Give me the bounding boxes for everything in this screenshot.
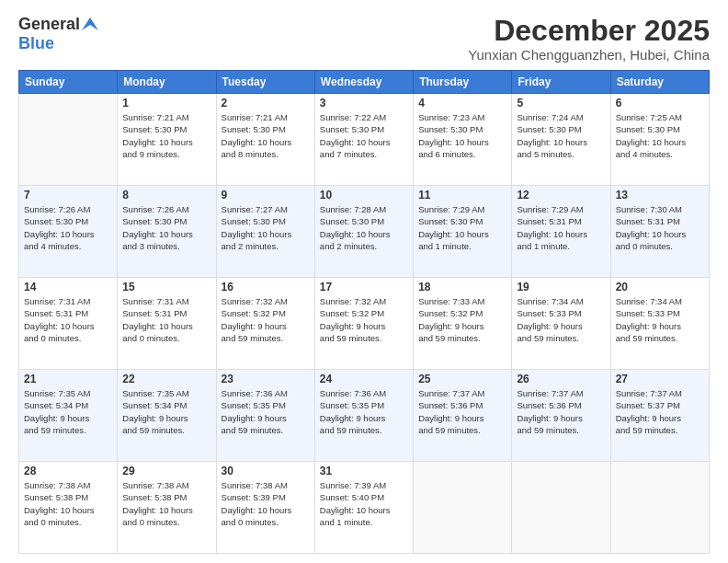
day-info: Sunrise: 7:29 AM Sunset: 5:31 PM Dayligh… [517, 203, 605, 252]
calendar-cell: 1Sunrise: 7:21 AM Sunset: 5:30 PM Daylig… [118, 94, 216, 186]
week-row-2: 14Sunrise: 7:31 AM Sunset: 5:31 PM Dayli… [19, 278, 710, 370]
day-info: Sunrise: 7:30 AM Sunset: 5:31 PM Dayligh… [616, 203, 704, 252]
calendar-cell: 17Sunrise: 7:32 AM Sunset: 5:32 PM Dayli… [314, 278, 413, 370]
calendar-cell: 26Sunrise: 7:37 AM Sunset: 5:36 PM Dayli… [512, 370, 610, 462]
day-info: Sunrise: 7:34 AM Sunset: 5:33 PM Dayligh… [517, 295, 605, 344]
day-info: Sunrise: 7:25 AM Sunset: 5:30 PM Dayligh… [616, 111, 704, 160]
page: General Blue December 2025 Yunxian Cheng… [0, 0, 728, 563]
day-number: 27 [616, 373, 704, 385]
day-number: 25 [418, 373, 506, 385]
calendar-cell: 5Sunrise: 7:24 AM Sunset: 5:30 PM Daylig… [512, 94, 610, 186]
col-header-tuesday: Tuesday [216, 71, 314, 94]
calendar-cell [512, 462, 610, 554]
calendar-cell: 2Sunrise: 7:21 AM Sunset: 5:30 PM Daylig… [216, 94, 314, 186]
calendar-cell: 20Sunrise: 7:34 AM Sunset: 5:33 PM Dayli… [610, 278, 709, 370]
logo-general: General [18, 15, 80, 33]
logo-line1: General [18, 15, 98, 34]
day-number: 12 [517, 189, 605, 201]
day-number: 21 [24, 373, 112, 385]
calendar-cell: 4Sunrise: 7:23 AM Sunset: 5:30 PM Daylig… [414, 94, 512, 186]
day-number: 13 [616, 189, 704, 201]
day-number: 17 [320, 281, 408, 293]
calendar-cell: 25Sunrise: 7:37 AM Sunset: 5:36 PM Dayli… [414, 370, 512, 462]
day-number: 18 [418, 281, 506, 293]
calendar-cell: 13Sunrise: 7:30 AM Sunset: 5:31 PM Dayli… [610, 186, 709, 278]
calendar-cell: 27Sunrise: 7:37 AM Sunset: 5:37 PM Dayli… [610, 370, 709, 462]
day-info: Sunrise: 7:36 AM Sunset: 5:35 PM Dayligh… [222, 387, 310, 436]
week-row-0: 1Sunrise: 7:21 AM Sunset: 5:30 PM Daylig… [19, 94, 710, 186]
col-header-thursday: Thursday [414, 71, 512, 94]
logo-blue: Blue [18, 34, 54, 53]
day-info: Sunrise: 7:24 AM Sunset: 5:30 PM Dayligh… [517, 111, 605, 160]
week-row-1: 7Sunrise: 7:26 AM Sunset: 5:30 PM Daylig… [19, 186, 710, 278]
location-title: Yunxian Chengguanzhen, Hubei, China [468, 47, 710, 63]
day-number: 8 [122, 189, 210, 201]
header: General Blue December 2025 Yunxian Cheng… [18, 15, 710, 63]
day-number: 10 [320, 189, 408, 201]
day-info: Sunrise: 7:35 AM Sunset: 5:34 PM Dayligh… [122, 387, 210, 436]
day-info: Sunrise: 7:33 AM Sunset: 5:32 PM Dayligh… [418, 295, 506, 344]
calendar-header-row: SundayMondayTuesdayWednesdayThursdayFrid… [19, 71, 710, 94]
calendar-table: SundayMondayTuesdayWednesdayThursdayFrid… [18, 70, 710, 554]
calendar-cell: 7Sunrise: 7:26 AM Sunset: 5:30 PM Daylig… [19, 186, 118, 278]
day-number: 9 [222, 189, 310, 201]
calendar-cell: 18Sunrise: 7:33 AM Sunset: 5:32 PM Dayli… [414, 278, 512, 370]
day-info: Sunrise: 7:36 AM Sunset: 5:35 PM Dayligh… [320, 387, 408, 436]
calendar-cell: 11Sunrise: 7:29 AM Sunset: 5:30 PM Dayli… [414, 186, 512, 278]
day-info: Sunrise: 7:26 AM Sunset: 5:30 PM Dayligh… [122, 203, 210, 252]
day-info: Sunrise: 7:21 AM Sunset: 5:30 PM Dayligh… [222, 111, 310, 160]
day-info: Sunrise: 7:31 AM Sunset: 5:31 PM Dayligh… [122, 295, 210, 344]
col-header-wednesday: Wednesday [314, 71, 413, 94]
week-row-4: 28Sunrise: 7:38 AM Sunset: 5:38 PM Dayli… [19, 462, 710, 554]
calendar-cell: 19Sunrise: 7:34 AM Sunset: 5:33 PM Dayli… [512, 278, 610, 370]
day-info: Sunrise: 7:35 AM Sunset: 5:34 PM Dayligh… [24, 387, 112, 436]
calendar-cell: 6Sunrise: 7:25 AM Sunset: 5:30 PM Daylig… [610, 94, 709, 186]
day-number: 30 [222, 465, 310, 477]
day-info: Sunrise: 7:37 AM Sunset: 5:36 PM Dayligh… [418, 387, 506, 436]
day-info: Sunrise: 7:37 AM Sunset: 5:36 PM Dayligh… [517, 387, 605, 436]
day-number: 23 [222, 373, 310, 385]
day-number: 7 [24, 189, 112, 201]
month-title: December 2025 [468, 15, 710, 47]
calendar-cell: 29Sunrise: 7:38 AM Sunset: 5:38 PM Dayli… [118, 462, 216, 554]
day-info: Sunrise: 7:21 AM Sunset: 5:30 PM Dayligh… [122, 111, 210, 160]
day-number: 28 [24, 465, 112, 477]
day-number: 11 [418, 189, 506, 201]
day-number: 2 [222, 97, 310, 109]
col-header-monday: Monday [118, 71, 216, 94]
logo: General Blue [18, 15, 98, 53]
calendar-cell: 22Sunrise: 7:35 AM Sunset: 5:34 PM Dayli… [118, 370, 216, 462]
day-number: 4 [418, 97, 506, 109]
calendar-cell: 30Sunrise: 7:38 AM Sunset: 5:39 PM Dayli… [216, 462, 314, 554]
calendar-cell: 28Sunrise: 7:38 AM Sunset: 5:38 PM Dayli… [19, 462, 118, 554]
calendar-cell: 10Sunrise: 7:28 AM Sunset: 5:30 PM Dayli… [314, 186, 413, 278]
day-info: Sunrise: 7:34 AM Sunset: 5:33 PM Dayligh… [616, 295, 704, 344]
calendar-cell: 16Sunrise: 7:32 AM Sunset: 5:32 PM Dayli… [216, 278, 314, 370]
calendar-cell: 24Sunrise: 7:36 AM Sunset: 5:35 PM Dayli… [314, 370, 413, 462]
calendar-cell: 8Sunrise: 7:26 AM Sunset: 5:30 PM Daylig… [118, 186, 216, 278]
title-block: December 2025 Yunxian Chengguanzhen, Hub… [468, 15, 710, 63]
day-info: Sunrise: 7:32 AM Sunset: 5:32 PM Dayligh… [320, 295, 408, 344]
day-info: Sunrise: 7:22 AM Sunset: 5:30 PM Dayligh… [320, 111, 408, 160]
day-info: Sunrise: 7:31 AM Sunset: 5:31 PM Dayligh… [24, 295, 112, 344]
calendar-cell: 21Sunrise: 7:35 AM Sunset: 5:34 PM Dayli… [19, 370, 118, 462]
day-number: 29 [122, 465, 210, 477]
calendar-cell: 9Sunrise: 7:27 AM Sunset: 5:30 PM Daylig… [216, 186, 314, 278]
calendar-cell: 12Sunrise: 7:29 AM Sunset: 5:31 PM Dayli… [512, 186, 610, 278]
calendar-cell: 15Sunrise: 7:31 AM Sunset: 5:31 PM Dayli… [118, 278, 216, 370]
calendar-cell [414, 462, 512, 554]
calendar-cell: 31Sunrise: 7:39 AM Sunset: 5:40 PM Dayli… [314, 462, 413, 554]
day-number: 5 [517, 97, 605, 109]
day-number: 16 [222, 281, 310, 293]
day-info: Sunrise: 7:23 AM Sunset: 5:30 PM Dayligh… [418, 111, 506, 160]
col-header-sunday: Sunday [19, 71, 118, 94]
calendar-cell [610, 462, 709, 554]
day-number: 3 [320, 97, 408, 109]
calendar-cell: 3Sunrise: 7:22 AM Sunset: 5:30 PM Daylig… [314, 94, 413, 186]
day-number: 24 [320, 373, 408, 385]
day-number: 6 [616, 97, 704, 109]
day-info: Sunrise: 7:38 AM Sunset: 5:39 PM Dayligh… [222, 479, 310, 528]
day-info: Sunrise: 7:38 AM Sunset: 5:38 PM Dayligh… [24, 479, 112, 528]
week-row-3: 21Sunrise: 7:35 AM Sunset: 5:34 PM Dayli… [19, 370, 710, 462]
day-number: 14 [24, 281, 112, 293]
